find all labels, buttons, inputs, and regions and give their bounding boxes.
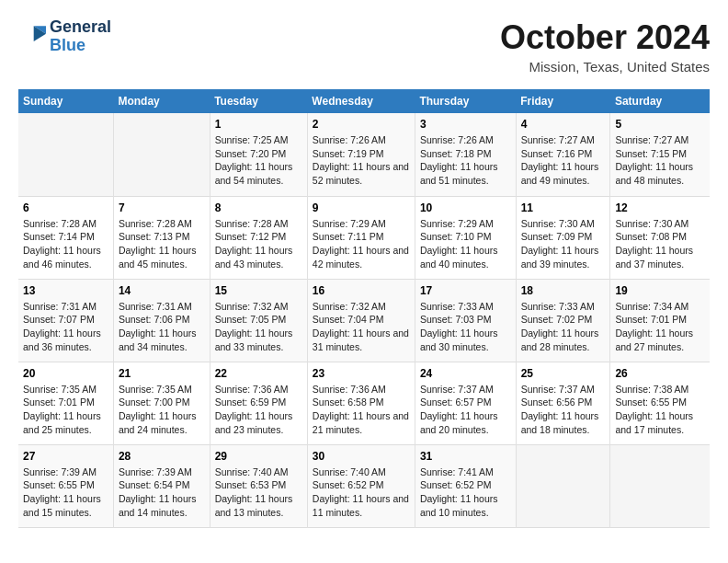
calendar-cell: 2 Sunrise: 7:26 AM Sunset: 7:19 PM Dayli… [307, 113, 415, 196]
day-info: Sunrise: 7:35 AM Sunset: 7:00 PM Dayligh… [119, 383, 205, 437]
day-number: 23 [313, 367, 410, 380]
day-number: 27 [23, 450, 108, 463]
calendar-cell: 27 Sunrise: 7:39 AM Sunset: 6:55 PM Dayl… [18, 444, 113, 527]
weekday-header: Friday [516, 89, 610, 113]
day-number: 13 [23, 284, 108, 297]
sunset-text: Sunset: 7:02 PM [521, 314, 593, 325]
weekday-header-row: SundayMondayTuesdayWednesdayThursdayFrid… [18, 89, 710, 113]
day-info: Sunrise: 7:34 AM Sunset: 7:01 PM Dayligh… [615, 300, 705, 354]
day-number: 31 [420, 450, 511, 463]
calendar-cell: 15 Sunrise: 7:32 AM Sunset: 7:05 PM Dayl… [210, 279, 307, 362]
sunset-text: Sunset: 7:18 PM [420, 148, 492, 159]
sunrise-text: Sunrise: 7:29 AM [313, 218, 386, 229]
sunset-text: Sunset: 7:06 PM [119, 314, 190, 325]
sunrise-text: Sunrise: 7:28 AM [119, 218, 192, 229]
calendar-cell [18, 113, 113, 196]
sunset-text: Sunset: 7:10 PM [420, 231, 492, 242]
day-number: 20 [23, 367, 108, 380]
sunrise-text: Sunrise: 7:41 AM [420, 466, 494, 477]
daylight-text: Daylight: 11 hours and 42 minutes. [313, 245, 409, 270]
day-number: 11 [521, 201, 606, 214]
day-number: 22 [215, 367, 302, 380]
sunrise-text: Sunrise: 7:26 AM [420, 134, 494, 145]
daylight-text: Daylight: 11 hours and 54 minutes. [215, 161, 293, 186]
daylight-text: Daylight: 11 hours and 37 minutes. [615, 245, 693, 270]
day-info: Sunrise: 7:36 AM Sunset: 6:58 PM Dayligh… [313, 383, 410, 437]
sunset-text: Sunset: 7:13 PM [119, 231, 190, 242]
day-info: Sunrise: 7:39 AM Sunset: 6:55 PM Dayligh… [23, 465, 108, 520]
calendar-cell: 8 Sunrise: 7:28 AM Sunset: 7:12 PM Dayli… [210, 196, 307, 279]
sunset-text: Sunset: 6:53 PM [215, 479, 287, 490]
day-number: 10 [420, 201, 511, 214]
sunset-text: Sunset: 7:05 PM [215, 314, 287, 325]
day-number: 21 [119, 367, 205, 380]
calendar-cell: 16 Sunrise: 7:32 AM Sunset: 7:04 PM Dayl… [307, 279, 415, 362]
daylight-text: Daylight: 11 hours and 28 minutes. [521, 327, 599, 352]
day-number: 25 [521, 367, 606, 380]
calendar-cell: 26 Sunrise: 7:38 AM Sunset: 6:55 PM Dayl… [610, 362, 710, 444]
sunset-text: Sunset: 6:59 PM [215, 396, 287, 408]
daylight-text: Daylight: 11 hours and 36 minutes. [23, 327, 101, 352]
daylight-text: Daylight: 11 hours and 49 minutes. [521, 161, 599, 186]
day-number: 9 [313, 201, 410, 214]
day-info: Sunrise: 7:28 AM Sunset: 7:13 PM Dayligh… [119, 217, 205, 271]
daylight-text: Daylight: 11 hours and 14 minutes. [119, 493, 197, 518]
sunrise-text: Sunrise: 7:38 AM [615, 384, 688, 395]
calendar-cell: 22 Sunrise: 7:36 AM Sunset: 6:59 PM Dayl… [210, 362, 307, 444]
calendar-week-row: 6 Sunrise: 7:28 AM Sunset: 7:14 PM Dayli… [18, 196, 710, 279]
daylight-text: Daylight: 11 hours and 17 minutes. [615, 410, 693, 435]
calendar-cell: 19 Sunrise: 7:34 AM Sunset: 7:01 PM Dayl… [610, 279, 710, 362]
calendar-week-row: 27 Sunrise: 7:39 AM Sunset: 6:55 PM Dayl… [18, 444, 710, 527]
sunset-text: Sunset: 7:20 PM [215, 148, 287, 159]
day-info: Sunrise: 7:27 AM Sunset: 7:16 PM Dayligh… [521, 133, 606, 188]
day-number: 8 [215, 201, 302, 214]
day-number: 7 [119, 201, 205, 214]
daylight-text: Daylight: 11 hours and 11 minutes. [313, 493, 409, 518]
day-number: 12 [615, 201, 705, 214]
sunrise-text: Sunrise: 7:35 AM [119, 384, 192, 395]
logo-icon [18, 23, 46, 51]
day-number: 18 [521, 284, 606, 297]
day-info: Sunrise: 7:40 AM Sunset: 6:52 PM Dayligh… [313, 465, 410, 520]
day-info: Sunrise: 7:25 AM Sunset: 7:20 PM Dayligh… [215, 133, 302, 188]
sunrise-text: Sunrise: 7:26 AM [313, 134, 386, 145]
calendar-cell: 11 Sunrise: 7:30 AM Sunset: 7:09 PM Dayl… [516, 196, 610, 279]
sunrise-text: Sunrise: 7:28 AM [23, 218, 97, 229]
calendar-cell: 23 Sunrise: 7:36 AM Sunset: 6:58 PM Dayl… [307, 362, 415, 444]
day-info: Sunrise: 7:26 AM Sunset: 7:19 PM Dayligh… [313, 133, 410, 188]
sunrise-text: Sunrise: 7:36 AM [313, 384, 386, 395]
sunrise-text: Sunrise: 7:25 AM [215, 134, 289, 145]
title-block: October 2024 Mission, Texas, United Stat… [500, 18, 710, 75]
calendar-week-row: 20 Sunrise: 7:35 AM Sunset: 7:01 PM Dayl… [18, 362, 710, 444]
calendar-cell: 28 Sunrise: 7:39 AM Sunset: 6:54 PM Dayl… [113, 444, 210, 527]
day-number: 30 [313, 450, 410, 463]
month-title: October 2024 [500, 18, 710, 57]
sunset-text: Sunset: 6:52 PM [420, 479, 492, 490]
sunrise-text: Sunrise: 7:39 AM [23, 466, 97, 477]
daylight-text: Daylight: 11 hours and 52 minutes. [313, 161, 409, 186]
sunrise-text: Sunrise: 7:27 AM [615, 134, 688, 145]
sunrise-text: Sunrise: 7:28 AM [215, 218, 289, 229]
sunset-text: Sunset: 6:55 PM [615, 396, 687, 408]
sunrise-text: Sunrise: 7:37 AM [521, 384, 595, 395]
day-info: Sunrise: 7:35 AM Sunset: 7:01 PM Dayligh… [23, 383, 108, 437]
weekday-header: Thursday [415, 89, 516, 113]
weekday-header: Sunday [18, 89, 113, 113]
day-info: Sunrise: 7:28 AM Sunset: 7:14 PM Dayligh… [23, 217, 108, 271]
calendar-cell: 1 Sunrise: 7:25 AM Sunset: 7:20 PM Dayli… [210, 113, 307, 196]
calendar-cell: 24 Sunrise: 7:37 AM Sunset: 6:57 PM Dayl… [415, 362, 516, 444]
day-info: Sunrise: 7:37 AM Sunset: 6:57 PM Dayligh… [420, 383, 511, 437]
day-info: Sunrise: 7:31 AM Sunset: 7:06 PM Dayligh… [119, 300, 205, 354]
day-info: Sunrise: 7:37 AM Sunset: 6:56 PM Dayligh… [521, 383, 606, 437]
sunrise-text: Sunrise: 7:29 AM [420, 218, 494, 229]
sunrise-text: Sunrise: 7:39 AM [119, 466, 192, 477]
calendar-cell: 6 Sunrise: 7:28 AM Sunset: 7:14 PM Dayli… [18, 196, 113, 279]
weekday-header: Saturday [610, 89, 710, 113]
sunset-text: Sunset: 7:14 PM [23, 231, 95, 242]
daylight-text: Daylight: 11 hours and 10 minutes. [420, 493, 498, 518]
sunset-text: Sunset: 6:55 PM [23, 479, 95, 490]
daylight-text: Daylight: 11 hours and 40 minutes. [420, 245, 498, 270]
sunset-text: Sunset: 7:11 PM [313, 231, 384, 242]
day-info: Sunrise: 7:32 AM Sunset: 7:05 PM Dayligh… [215, 300, 302, 354]
calendar-cell: 10 Sunrise: 7:29 AM Sunset: 7:10 PM Dayl… [415, 196, 516, 279]
